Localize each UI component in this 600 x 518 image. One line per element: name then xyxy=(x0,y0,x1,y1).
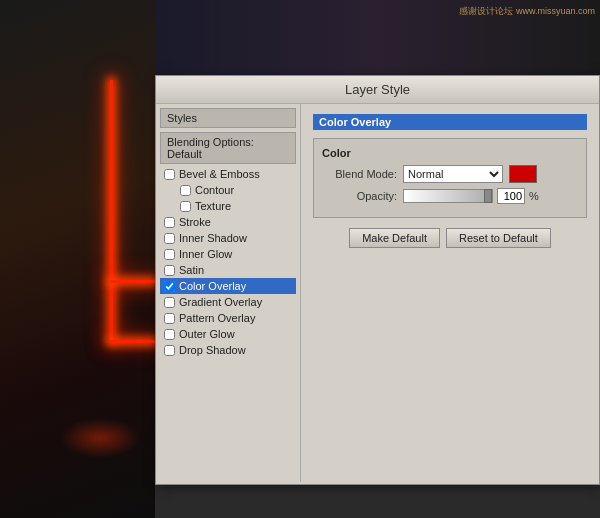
make-default-button[interactable]: Make Default xyxy=(349,228,440,248)
blend-mode-select[interactable]: Normal Dissolve Multiply Screen Overlay xyxy=(403,165,503,183)
blend-mode-row: Blend Mode: Normal Dissolve Multiply Scr… xyxy=(322,165,578,183)
style-item-color-overlay[interactable]: Color Overlay xyxy=(160,278,296,294)
color-sub-section: Color Blend Mode: Normal Dissolve Multip… xyxy=(313,138,587,218)
opacity-slider[interactable] xyxy=(403,189,493,203)
reset-default-button[interactable]: Reset to Default xyxy=(446,228,551,248)
dialog-title: Layer Style xyxy=(156,76,599,104)
checkbox-contour[interactable] xyxy=(180,185,191,196)
opacity-value-input[interactable] xyxy=(497,188,525,204)
checkbox-drop-shadow[interactable] xyxy=(164,345,175,356)
section-title: Color Overlay xyxy=(313,114,587,130)
opacity-row: Opacity: % xyxy=(322,188,578,204)
style-item-pattern-overlay[interactable]: Pattern Overlay xyxy=(160,310,296,326)
checkbox-satin[interactable] xyxy=(164,265,175,276)
checkbox-texture[interactable] xyxy=(180,201,191,212)
checkbox-color-overlay[interactable] xyxy=(164,281,175,292)
checkbox-gradient-overlay[interactable] xyxy=(164,297,175,308)
style-item-satin[interactable]: Satin xyxy=(160,262,296,278)
settings-panel: Color Overlay Color Blend Mode: Normal D… xyxy=(301,104,599,482)
styles-header[interactable]: Styles xyxy=(160,108,296,128)
checkbox-inner-shadow[interactable] xyxy=(164,233,175,244)
opacity-label: Opacity: xyxy=(322,190,397,202)
style-item-outer-glow[interactable]: Outer Glow xyxy=(160,326,296,342)
neon-vertical xyxy=(110,80,113,340)
dialog-body: Styles Blending Options: Default Bevel &… xyxy=(156,104,599,482)
checkbox-bevel-emboss[interactable] xyxy=(164,169,175,180)
checkbox-inner-glow[interactable] xyxy=(164,249,175,260)
styles-panel: Styles Blending Options: Default Bevel &… xyxy=(156,104,301,482)
watermark: 感谢设计论坛 www.missyuan.com xyxy=(459,5,595,18)
style-item-inner-glow[interactable]: Inner Glow xyxy=(160,246,296,262)
style-item-contour[interactable]: Contour xyxy=(160,182,296,198)
neon-horizontal-mid xyxy=(110,280,155,283)
scene-left xyxy=(0,0,155,518)
blend-mode-label: Blend Mode: xyxy=(322,168,397,180)
layer-style-dialog: Layer Style Styles Blending Options: Def… xyxy=(155,75,600,485)
style-item-gradient-overlay[interactable]: Gradient Overlay xyxy=(160,294,296,310)
percent-sign: % xyxy=(529,190,539,202)
neon-horizontal-bottom xyxy=(110,340,155,343)
checkbox-stroke[interactable] xyxy=(164,217,175,228)
neon-decoration xyxy=(100,80,155,420)
blending-options-item[interactable]: Blending Options: Default xyxy=(160,132,296,164)
checkbox-pattern-overlay[interactable] xyxy=(164,313,175,324)
style-item-drop-shadow[interactable]: Drop Shadow xyxy=(160,342,296,358)
style-item-bevel-emboss[interactable]: Bevel & Emboss xyxy=(160,166,296,182)
action-buttons: Make Default Reset to Default xyxy=(313,228,587,248)
opacity-control: % xyxy=(403,188,539,204)
style-item-inner-shadow[interactable]: Inner Shadow xyxy=(160,230,296,246)
sub-section-title: Color xyxy=(322,147,578,159)
color-swatch[interactable] xyxy=(509,165,537,183)
neon-glow xyxy=(60,418,140,458)
style-item-texture[interactable]: Texture xyxy=(160,198,296,214)
checkbox-outer-glow[interactable] xyxy=(164,329,175,340)
style-item-stroke[interactable]: Stroke xyxy=(160,214,296,230)
